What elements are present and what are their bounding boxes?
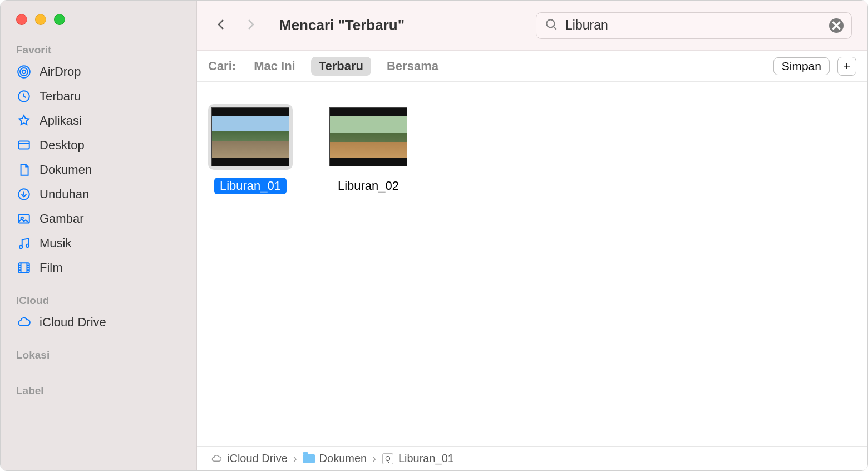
path-crumb-label: Liburan_01	[398, 452, 454, 465]
scope-label: Cari:	[208, 59, 236, 73]
music-icon	[16, 236, 32, 251]
quicktime-icon: Q	[382, 453, 394, 465]
sidebar-item-label: Musik	[40, 236, 71, 251]
sidebar-item-music[interactable]: Musik	[1, 231, 196, 256]
scope-option-shared[interactable]: Bersama	[379, 57, 446, 76]
scope-option-recents[interactable]: Terbaru	[311, 57, 371, 76]
path-crumb-documents[interactable]: Dokumen	[303, 452, 367, 465]
sidebar-section-icloud: iCloud	[1, 290, 196, 310]
file-name-label[interactable]: Liburan_01	[214, 178, 287, 194]
path-crumb-label: iCloud Drive	[227, 452, 288, 465]
path-crumb-file[interactable]: Q Liburan_01	[382, 452, 454, 465]
sidebar-item-label: Terbaru	[40, 89, 81, 104]
sidebar-item-pictures[interactable]: Gambar	[1, 207, 196, 231]
file-item[interactable]: Liburan_02	[326, 104, 411, 194]
svg-point-11	[546, 19, 554, 27]
file-item[interactable]: Liburan_01	[208, 104, 293, 194]
sidebar-item-label: Gambar	[40, 212, 83, 226]
scope-option-this-mac[interactable]: Mac Ini	[246, 57, 303, 76]
sidebar-item-airdrop[interactable]: AirDrop	[1, 60, 196, 84]
path-bar: iCloud Drive › Dokumen › Q Liburan_01	[197, 446, 867, 470]
window-controls	[1, 11, 196, 40]
close-window-button[interactable]	[16, 14, 27, 25]
desktop-icon	[16, 138, 32, 153]
sidebar-item-label: AirDrop	[40, 65, 81, 79]
results-area: Liburan_01 Liburan_02	[197, 82, 867, 446]
sidebar-item-label: Unduhan	[40, 187, 89, 202]
sidebar-item-label: iCloud Drive	[40, 315, 106, 330]
sidebar-item-downloads[interactable]: Unduhan	[1, 182, 196, 207]
cloud-icon	[16, 315, 32, 330]
path-crumb-label: Dokumen	[319, 452, 367, 465]
forward-button[interactable]	[244, 15, 257, 36]
sidebar-section-locations: Lokasi	[1, 345, 196, 365]
sidebar-item-documents[interactable]: Dokumen	[1, 158, 196, 182]
search-field[interactable]	[536, 12, 852, 39]
toolbar: Mencari "Terbaru"	[197, 1, 867, 51]
main-area: Mencari "Terbaru" Cari: Mac Ini Terbaru …	[197, 1, 867, 470]
sidebar-item-icloud-drive[interactable]: iCloud Drive	[1, 310, 196, 335]
cloud-icon	[210, 453, 223, 465]
search-scope-bar: Cari: Mac Ini Terbaru Bersama Simpan +	[197, 51, 867, 82]
window-title: Mencari "Terbaru"	[279, 17, 405, 34]
file-thumbnail[interactable]	[208, 104, 293, 170]
file-name-label[interactable]: Liburan_02	[332, 178, 405, 194]
svg-point-9	[26, 244, 29, 247]
search-icon	[544, 17, 559, 34]
sidebar: Favorit AirDrop Terbaru Aplikasi Desktop	[1, 1, 197, 470]
film-icon	[16, 260, 32, 276]
sidebar-item-label: Dokumen	[40, 163, 92, 177]
pictures-icon	[16, 211, 32, 227]
file-thumbnail[interactable]	[326, 104, 411, 170]
sidebar-item-recents[interactable]: Terbaru	[1, 84, 196, 109]
folder-icon	[303, 453, 315, 465]
chevron-right-icon: ›	[372, 452, 376, 465]
sidebar-section-favorites: Favorit	[1, 40, 196, 60]
back-button[interactable]	[215, 15, 228, 36]
svg-point-0	[22, 70, 26, 74]
sidebar-item-label: Film	[40, 261, 63, 275]
path-crumb-icloud[interactable]: iCloud Drive	[210, 452, 288, 465]
svg-rect-4	[18, 141, 29, 149]
sidebar-item-desktop[interactable]: Desktop	[1, 133, 196, 158]
document-icon	[16, 162, 32, 178]
add-criteria-button[interactable]: +	[837, 57, 856, 76]
sidebar-item-movies[interactable]: Film	[1, 256, 196, 280]
minimize-window-button[interactable]	[35, 14, 46, 25]
svg-point-8	[19, 246, 22, 248]
sidebar-item-applications[interactable]: Aplikasi	[1, 109, 196, 133]
maximize-window-button[interactable]	[54, 14, 65, 25]
download-icon	[16, 187, 32, 202]
sidebar-section-labels: Label	[1, 380, 196, 400]
clock-icon	[16, 89, 32, 104]
airdrop-icon	[16, 64, 32, 80]
applications-icon	[16, 113, 32, 129]
sidebar-item-label: Desktop	[40, 138, 85, 153]
clear-search-button[interactable]	[829, 18, 844, 33]
sidebar-item-label: Aplikasi	[40, 114, 82, 128]
search-input[interactable]	[565, 18, 829, 33]
chevron-right-icon: ›	[293, 452, 297, 465]
svg-point-1	[20, 68, 28, 76]
nav-arrows	[215, 15, 257, 36]
save-search-button[interactable]: Simpan	[773, 57, 830, 75]
